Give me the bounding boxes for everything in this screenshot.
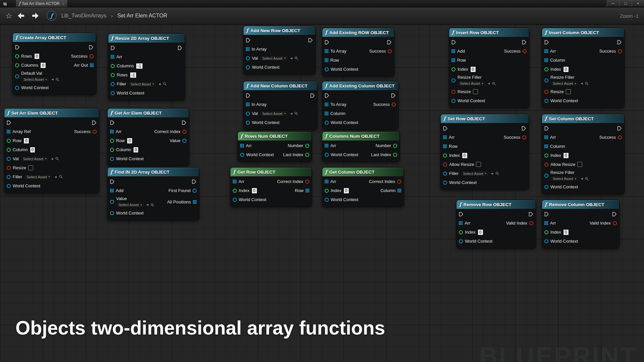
use-selected-asset-icon[interactable]: ◄ bbox=[158, 82, 161, 86]
use-selected-asset-icon[interactable]: ◄ bbox=[580, 82, 584, 85]
array-pin-icon[interactable] bbox=[325, 58, 328, 62]
select-asset-dropdown[interactable]: Select Asset▾ bbox=[21, 156, 49, 162]
int-input[interactable]: 0 bbox=[470, 66, 476, 72]
back-button[interactable] bbox=[17, 12, 26, 19]
select-asset-dropdown[interactable]: Select Asset▾ bbox=[116, 202, 144, 207]
object-pin-icon[interactable] bbox=[15, 86, 19, 90]
pin-world-context[interactable]: World Context bbox=[110, 156, 144, 161]
pin-value[interactable]: ValueSelect Asset▾◄ bbox=[110, 195, 154, 208]
pin-last-index-out[interactable]: Last Index bbox=[283, 152, 309, 157]
pin-arr-out-out[interactable]: Arr Out bbox=[74, 63, 94, 68]
pin-filler[interactable]: FillerSelect Asset▾◄ bbox=[443, 171, 499, 176]
pin-world-context[interactable]: World Context bbox=[15, 85, 49, 90]
minimize-button[interactable]: ─ bbox=[607, 0, 619, 7]
select-asset-dropdown[interactable]: Select Asset▾ bbox=[458, 81, 486, 86]
browse-asset-icon[interactable] bbox=[163, 82, 167, 86]
pin-row[interactable]: Row bbox=[451, 58, 466, 63]
array-pin-icon[interactable] bbox=[544, 49, 548, 53]
exec-in-pin[interactable] bbox=[246, 93, 251, 98]
exec-out-pin[interactable] bbox=[182, 120, 186, 125]
exec-pin-icon[interactable] bbox=[246, 38, 251, 43]
pin-index[interactable]: Index0 bbox=[459, 229, 483, 235]
exec-pin-icon[interactable] bbox=[89, 45, 94, 50]
object-pin-icon[interactable] bbox=[193, 189, 197, 193]
exec-pin-icon[interactable] bbox=[522, 40, 527, 45]
exec-in-pin[interactable] bbox=[246, 38, 251, 43]
pin-success-out[interactable]: Success bbox=[373, 102, 396, 107]
int-input[interactable]: 0 bbox=[34, 53, 40, 59]
exec-in-pin[interactable] bbox=[544, 212, 549, 217]
pin-world-context[interactable]: World Context bbox=[7, 183, 40, 188]
node-add-new-row-object[interactable]: ƒAdd New Row OBJECTIn ArrayValSelect Ass… bbox=[243, 26, 316, 74]
bool-pin-icon[interactable] bbox=[451, 90, 455, 94]
array-pin-icon[interactable] bbox=[325, 144, 328, 147]
pin-valid-index-out[interactable]: Valid Index bbox=[506, 221, 533, 226]
object-pin-icon[interactable] bbox=[110, 200, 114, 204]
pin-world-context[interactable]: World Context bbox=[325, 67, 358, 72]
node-add-existing-column-object[interactable]: ƒAdd Existing Column OBJECTTo ArraySucce… bbox=[322, 81, 398, 130]
exec-pin-icon[interactable] bbox=[182, 120, 186, 125]
pin-success-out[interactable]: Success bbox=[74, 129, 97, 134]
exec-in-pin[interactable] bbox=[111, 46, 115, 50]
pin-value-out[interactable]: Value bbox=[170, 138, 186, 143]
pin-val[interactable]: ValSelect Asset▾◄ bbox=[246, 56, 298, 61]
exec-in-pin[interactable] bbox=[325, 93, 329, 98]
tab-close-icon[interactable]: × bbox=[62, 2, 64, 6]
pin-column-out[interactable]: Column bbox=[380, 188, 401, 193]
pin-row[interactable]: Row0 bbox=[7, 138, 29, 144]
bool-pin-icon[interactable] bbox=[544, 163, 548, 167]
exec-in-pin[interactable] bbox=[110, 120, 115, 125]
checkbox[interactable] bbox=[577, 162, 582, 167]
pin-column[interactable]: Column bbox=[325, 111, 345, 116]
int-input[interactable]: 0 bbox=[563, 229, 569, 235]
browse-asset-icon[interactable] bbox=[492, 82, 496, 85]
int-pin-icon[interactable] bbox=[110, 139, 114, 143]
int-pin-icon[interactable] bbox=[393, 153, 397, 157]
int-pin-icon[interactable] bbox=[393, 144, 397, 148]
object-pin-icon[interactable] bbox=[451, 99, 455, 103]
exec-out-pin[interactable] bbox=[89, 45, 94, 50]
pin-number-out[interactable]: Number bbox=[376, 143, 397, 148]
exec-in-pin[interactable] bbox=[451, 40, 456, 45]
node-get-column-object[interactable]: ƒGet Column OBJECTArrCorrect IndexIndex0… bbox=[322, 167, 404, 207]
pin-val[interactable]: ValSelect Asset▾◄ bbox=[7, 156, 59, 162]
pin-world-context[interactable]: World Context bbox=[544, 239, 578, 244]
int-pin-icon[interactable] bbox=[325, 189, 329, 193]
exec-in-pin[interactable] bbox=[325, 40, 329, 45]
document-tab[interactable]: ƒ Set Arr Elem ACTOR × bbox=[15, 0, 68, 7]
array-pin-icon[interactable] bbox=[544, 144, 548, 148]
pin-world-context[interactable]: World Context bbox=[544, 98, 578, 103]
int-pin-icon[interactable] bbox=[111, 73, 115, 77]
object-pin-icon[interactable] bbox=[443, 172, 447, 176]
forward-button[interactable] bbox=[31, 12, 39, 19]
pin-arr[interactable]: Arr bbox=[240, 143, 252, 148]
node-columns-num-object[interactable]: ƒColumns Num OBJECTArrNumberWorld Contex… bbox=[322, 131, 400, 162]
object-pin-icon[interactable] bbox=[443, 181, 447, 185]
select-asset-dropdown[interactable]: Select Asset▾ bbox=[21, 77, 49, 82]
exec-pin-icon[interactable] bbox=[110, 179, 115, 184]
exec-pin-icon[interactable] bbox=[459, 212, 464, 217]
node-add-new-column-object[interactable]: ƒAdd New Column OBJECTIn ArrayValSelect … bbox=[243, 81, 318, 130]
array-pin-icon[interactable] bbox=[306, 189, 309, 192]
browse-asset-icon[interactable] bbox=[495, 172, 499, 175]
pin-rows[interactable]: Rows0 bbox=[15, 53, 40, 59]
pin-world-context[interactable]: World Context bbox=[246, 65, 279, 70]
pin-success-out[interactable]: Success bbox=[504, 49, 527, 54]
object-pin-icon[interactable] bbox=[451, 78, 455, 82]
bool-pin-icon[interactable] bbox=[7, 166, 11, 170]
exec-pin-icon[interactable] bbox=[391, 93, 396, 98]
close-button[interactable]: × bbox=[632, 0, 644, 7]
int-pin-icon[interactable] bbox=[451, 67, 455, 71]
pin-success-out[interactable]: Success bbox=[599, 135, 622, 140]
select-asset-dropdown[interactable]: Select Asset▾ bbox=[260, 111, 288, 116]
object-pin-icon[interactable] bbox=[7, 184, 11, 188]
node-create-array-object[interactable]: ƒCreate Array OBJECTRows0SuccessColumns0… bbox=[12, 33, 96, 95]
int-pin-icon[interactable] bbox=[544, 154, 548, 158]
array-pin-icon[interactable] bbox=[246, 47, 250, 51]
checkbox[interactable] bbox=[476, 162, 481, 167]
exec-pin-icon[interactable] bbox=[387, 40, 392, 45]
pin-world-context[interactable]: World Context bbox=[544, 184, 578, 189]
int-input[interactable]: 0 bbox=[563, 153, 569, 159]
object-pin-icon[interactable] bbox=[111, 91, 115, 95]
int-pin-icon[interactable] bbox=[15, 54, 19, 58]
